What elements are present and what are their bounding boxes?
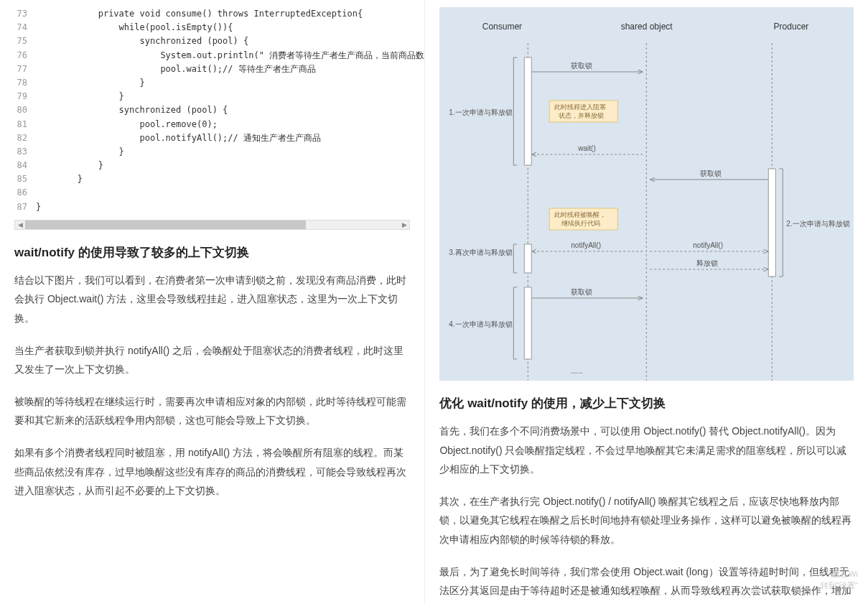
section-heading-left: wait/notify 的使用导致了较多的上下文切换 [14,244,410,261]
svg-text:3.再次申请与释放锁: 3.再次申请与释放锁 [449,248,513,256]
code-text: } [36,172,83,186]
svg-rect-3 [525,57,532,165]
svg-text:获取锁: 获取锁 [571,62,593,70]
code-line: 84 } [14,159,410,172]
line-number: 74 [14,21,36,34]
sequence-diagram: Consumer shared object Producer 1.一次申请与释… [439,7,854,381]
code-line: 82 pool.notifyAll();// 通知生产者生产商品 [14,131,410,145]
header-consumer: Consumer [473,22,531,32]
code-line: 83 } [14,145,410,159]
svg-text:获取锁: 获取锁 [571,288,593,296]
svg-rect-25 [525,244,532,273]
section-heading-right: 优化 wait/notify 的使用，减少上下文切换 [439,395,854,412]
svg-text:wait(): wait() [578,144,596,152]
code-text: pool.wait();// 等待生产者生产商品 [36,62,316,76]
svg-text:4.一次申请与释放锁: 4.一次申请与释放锁 [449,320,513,328]
diagram-headers: Consumer shared object Producer [448,22,845,32]
scroll-right-arrow[interactable]: ▶ [399,220,409,229]
horizontal-scrollbar[interactable]: ◀ ▶ [14,220,410,230]
line-number: 84 [14,159,36,172]
code-line: 85 } [14,172,410,186]
code-block: 73 private void consume() throws Interru… [14,7,410,214]
svg-text:2.一次申请与释放锁: 2.一次申请与释放锁 [787,220,850,228]
scroll-track[interactable] [25,220,399,229]
line-number: 87 [14,200,36,214]
code-text: } [36,76,145,90]
line-number: 83 [14,145,36,159]
svg-rect-12 [769,169,776,277]
paragraph: 如果有多个消费者线程同时被阻塞，用 notifyAll() 方法，将会唤醒所有阻… [14,443,410,501]
line-number: 78 [14,76,36,90]
line-number: 73 [14,7,36,21]
code-line: 73 private void consume() throws Interru… [14,7,410,21]
svg-text:notifyAll(): notifyAll() [694,241,724,249]
svg-text:此时线程被唤醒，: 此时线程被唤醒， [555,211,607,218]
line-number: 82 [14,131,36,145]
line-number: 86 [14,186,36,200]
code-text: } [36,90,124,103]
sequence-svg: 1.一次申请与释放锁 获取锁 此时线程进入阻塞 状态，并释放锁 wait() 获… [439,43,854,381]
code-line: 81 pool.remove(0); [14,118,410,131]
code-line: 78 } [14,76,410,90]
line-number: 76 [14,49,36,62]
code-line: 86 [14,186,410,200]
header-shared: shared object [618,22,676,32]
paragraph: 当生产者获取到锁并执行 notifyAll() 之后，会唤醒处于阻塞状态的消费者… [14,341,410,379]
code-text: } [36,159,103,172]
scroll-left-arrow[interactable]: ◀ [15,220,25,229]
paragraph: 结合以下图片，我们可以看到，在消费者第一次申请到锁之前，发现没有商品消费，此时会… [14,271,410,328]
line-number: 77 [14,62,36,76]
code-text: synchronized (pool) { [36,34,248,48]
svg-text:......: ...... [571,367,584,375]
code-text: pool.notifyAll();// 通知生产者生产商品 [36,131,321,145]
code-line: 80 synchronized (pool) { [14,103,410,117]
svg-text:1.一次申请与释放锁: 1.一次申请与释放锁 [449,108,513,116]
paragraph: 被唤醒的等待线程在继续运行时，需要再次申请相应对象的内部锁，此时等待线程可能需要… [14,392,410,430]
line-number: 85 [14,172,36,186]
code-text: while(pool.isEmpty()){ [36,21,233,34]
svg-rect-27 [525,287,532,359]
code-text: } [36,200,41,214]
code-text: System.out.println(" 消费者等待生产者生产商品，当前商品数量… [36,49,425,62]
code-text: synchronized (pool) { [36,103,228,117]
svg-text:此时线程进入阻塞: 此时线程进入阻塞 [555,103,607,111]
paragraph: 其次，在生产者执行完 Object.notify() / notifyAll()… [439,492,854,549]
windows-activation-watermark: 激活 Wi 转到"设置" [821,569,858,591]
code-text: pool.remove(0); [36,118,218,131]
code-line: 74 while(pool.isEmpty()){ [14,21,410,34]
line-number: 79 [14,90,36,103]
code-line: 79 } [14,90,410,103]
header-producer: Producer [762,22,820,32]
line-number: 81 [14,118,36,131]
svg-text:notifyAll(): notifyAll() [571,241,602,249]
code-line: 87} [14,200,410,214]
svg-text:释放锁: 释放锁 [697,259,719,267]
code-line: 76 System.out.println(" 消费者等待生产者生产商品，当前商… [14,49,410,62]
code-text: } [36,145,124,159]
line-number: 80 [14,103,36,117]
svg-text:继续执行代码: 继续执行代码 [562,220,601,227]
code-line: 75 synchronized (pool) { [14,34,410,48]
code-text: private void consume() throws Interrupte… [36,7,363,21]
scroll-thumb[interactable] [25,220,306,229]
paragraph: 首先，我们在多个不同消费场景中，可以使用 Object.notify() 替代 … [439,422,854,479]
line-number: 75 [14,34,36,48]
svg-text:状态，并释放锁: 状态，并释放锁 [559,112,605,119]
svg-text:获取锁: 获取锁 [701,169,722,177]
paragraph: 最后，为了避免长时间等待，我们常会使用 Object.wait (long）设置… [439,562,854,604]
code-line: 77 pool.wait();// 等待生产者生产商品 [14,62,410,76]
